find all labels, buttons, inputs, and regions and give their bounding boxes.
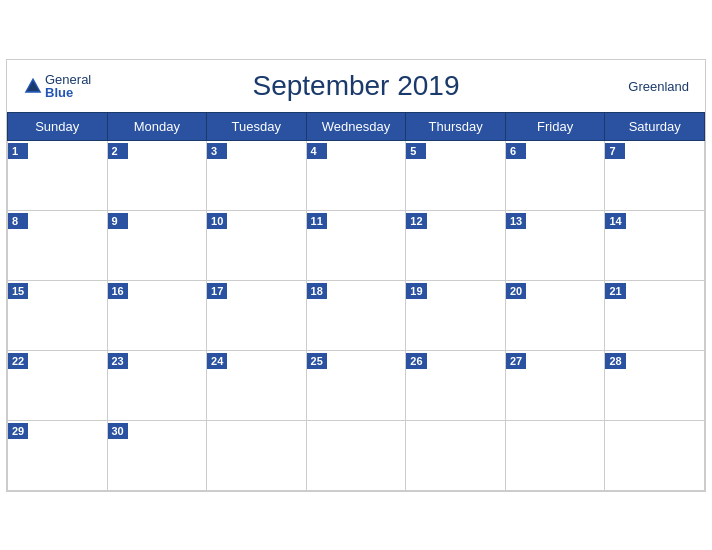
calendar-week-row: 1234567 bbox=[8, 140, 705, 210]
calendar-cell: 12 bbox=[406, 210, 506, 280]
date-number: 12 bbox=[406, 213, 426, 229]
date-number: 3 bbox=[207, 143, 227, 159]
calendar-cell: 2 bbox=[107, 140, 207, 210]
date-number: 10 bbox=[207, 213, 227, 229]
date-number: 5 bbox=[406, 143, 426, 159]
calendar-cell: 8 bbox=[8, 210, 108, 280]
calendar-cell: 5 bbox=[406, 140, 506, 210]
calendar-cell: 29 bbox=[8, 420, 108, 490]
calendar-week-row: 15161718192021 bbox=[8, 280, 705, 350]
calendar-cell: 30 bbox=[107, 420, 207, 490]
calendar-cell: 6 bbox=[505, 140, 604, 210]
logo-text-blue: Blue bbox=[45, 86, 91, 99]
date-number: 26 bbox=[406, 353, 426, 369]
calendar-cell: 17 bbox=[207, 280, 307, 350]
date-number: 2 bbox=[108, 143, 128, 159]
date-number: 15 bbox=[8, 283, 28, 299]
date-number: 6 bbox=[506, 143, 526, 159]
calendar-cell: 4 bbox=[306, 140, 406, 210]
calendar-week-row: 22232425262728 bbox=[8, 350, 705, 420]
calendar-cell: 24 bbox=[207, 350, 307, 420]
calendar-cell bbox=[605, 420, 705, 490]
calendar-cell: 14 bbox=[605, 210, 705, 280]
calendar-cell: 11 bbox=[306, 210, 406, 280]
date-number: 30 bbox=[108, 423, 128, 439]
calendar-cell: 18 bbox=[306, 280, 406, 350]
days-header-row: Sunday Monday Tuesday Wednesday Thursday… bbox=[8, 112, 705, 140]
calendar-cell: 27 bbox=[505, 350, 604, 420]
date-number: 1 bbox=[8, 143, 28, 159]
calendar-cell: 21 bbox=[605, 280, 705, 350]
calendar-week-row: 891011121314 bbox=[8, 210, 705, 280]
calendar-cell: 3 bbox=[207, 140, 307, 210]
calendar-cell bbox=[306, 420, 406, 490]
date-number: 17 bbox=[207, 283, 227, 299]
date-number: 13 bbox=[506, 213, 526, 229]
header-saturday: Saturday bbox=[605, 112, 705, 140]
date-number: 20 bbox=[506, 283, 526, 299]
region-label: Greenland bbox=[628, 78, 689, 93]
calendar-week-row: 2930 bbox=[8, 420, 705, 490]
date-number: 25 bbox=[307, 353, 327, 369]
date-number: 4 bbox=[307, 143, 327, 159]
date-number: 7 bbox=[605, 143, 625, 159]
date-number: 27 bbox=[506, 353, 526, 369]
calendar-cell: 28 bbox=[605, 350, 705, 420]
logo-area: General Blue bbox=[23, 73, 91, 99]
calendar-header: General Blue September 2019 Greenland bbox=[7, 60, 705, 112]
logo-icon bbox=[23, 76, 43, 96]
calendar-cell bbox=[505, 420, 604, 490]
header-thursday: Thursday bbox=[406, 112, 506, 140]
header-wednesday: Wednesday bbox=[306, 112, 406, 140]
calendar-cell: 26 bbox=[406, 350, 506, 420]
calendar-cell bbox=[406, 420, 506, 490]
header-tuesday: Tuesday bbox=[207, 112, 307, 140]
calendar-title: September 2019 bbox=[252, 70, 459, 102]
date-number: 23 bbox=[108, 353, 128, 369]
date-number: 19 bbox=[406, 283, 426, 299]
calendar-cell: 10 bbox=[207, 210, 307, 280]
date-number: 11 bbox=[307, 213, 327, 229]
calendar-cell: 19 bbox=[406, 280, 506, 350]
date-number: 28 bbox=[605, 353, 625, 369]
calendar-cell: 25 bbox=[306, 350, 406, 420]
header-sunday: Sunday bbox=[8, 112, 108, 140]
calendar-cell: 1 bbox=[8, 140, 108, 210]
date-number: 21 bbox=[605, 283, 625, 299]
calendar-cell: 7 bbox=[605, 140, 705, 210]
calendar-cell: 9 bbox=[107, 210, 207, 280]
calendar-cell: 22 bbox=[8, 350, 108, 420]
calendar-cell bbox=[207, 420, 307, 490]
calendar-container: General Blue September 2019 Greenland Su… bbox=[6, 59, 706, 492]
date-number: 14 bbox=[605, 213, 625, 229]
calendar-grid: Sunday Monday Tuesday Wednesday Thursday… bbox=[7, 112, 705, 491]
calendar-cell: 23 bbox=[107, 350, 207, 420]
date-number: 24 bbox=[207, 353, 227, 369]
calendar-cell: 15 bbox=[8, 280, 108, 350]
calendar-cell: 13 bbox=[505, 210, 604, 280]
calendar-cell: 16 bbox=[107, 280, 207, 350]
date-number: 29 bbox=[8, 423, 28, 439]
date-number: 9 bbox=[108, 213, 128, 229]
date-number: 8 bbox=[8, 213, 28, 229]
calendar-cell: 20 bbox=[505, 280, 604, 350]
date-number: 16 bbox=[108, 283, 128, 299]
date-number: 18 bbox=[307, 283, 327, 299]
header-friday: Friday bbox=[505, 112, 604, 140]
header-monday: Monday bbox=[107, 112, 207, 140]
date-number: 22 bbox=[8, 353, 28, 369]
